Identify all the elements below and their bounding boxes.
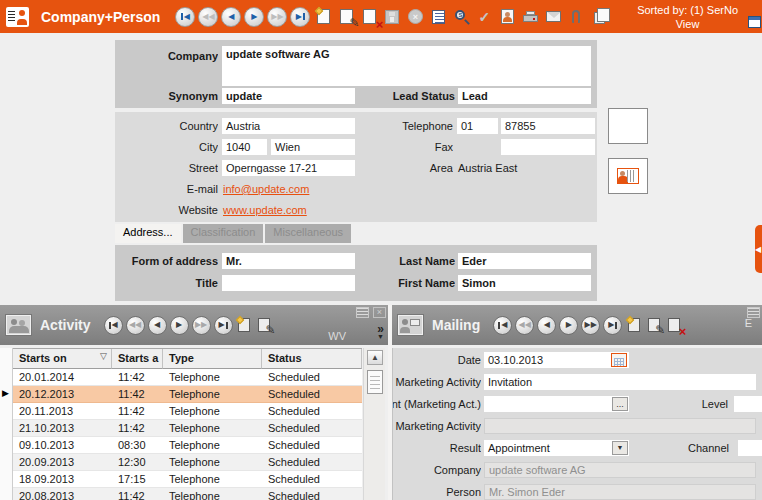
country-field[interactable]: Austria [222,118,355,134]
attachment-button[interactable] [566,6,586,27]
last-name-field[interactable]: Eder [458,253,591,269]
nav-prev-button[interactable]: ◀ [221,7,241,27]
tab-classification[interactable]: Classification [183,224,264,243]
table-cell: 20.08.2013 [13,488,112,500]
activity-nav-next-button[interactable]: ▶ [170,316,189,335]
lead-status-field[interactable]: Lead [458,88,591,104]
sorted-by-text: Sorted by: (1) SerNo [637,3,738,17]
table-cell: Telephone [163,488,262,500]
column-header-status[interactable]: Status [262,349,362,369]
mailing-edit-button[interactable]: ✎ [645,316,662,334]
mailing-title: Mailing [432,317,480,333]
activity-grid: Starts on ▽ Starts a Type Status 20.01.2… [13,348,362,500]
mailing-nav-next-fast-button[interactable]: ▶▶ [581,316,600,335]
ellipsis-button[interactable]: ... [612,397,628,411]
email-link[interactable]: info@update.com [223,181,309,197]
table-row[interactable]: 20.01.201411:42TelephoneScheduled [13,369,362,386]
list-view-button[interactable] [428,6,448,27]
scroll-thumb[interactable] [367,370,383,394]
street-field[interactable]: Operngasse 17-21 [222,160,355,176]
mailing-nav-prev-button[interactable]: ◀ [537,316,556,335]
zip-field[interactable]: 1040 [222,139,267,155]
column-header-starts-at[interactable]: Starts a [112,349,163,369]
city-field[interactable]: Wien [271,139,355,155]
table-row[interactable]: 09.10.201308:30TelephoneScheduled [13,437,362,454]
activity-nav-last-button[interactable]: ▶ [214,316,233,335]
activity-nav-prev-fast-button[interactable]: ◀◀ [126,316,145,335]
activity-nav-prev-button[interactable]: ◀ [148,316,167,335]
activity-close-icon[interactable]: × [373,307,386,318]
first-name-field[interactable]: Simon [458,275,591,291]
edit-record-button[interactable]: ✎ [336,6,356,27]
mailing-delete-button[interactable]: × [665,316,682,334]
activity-list-icon[interactable] [356,307,369,318]
telephone-field[interactable]: 87855 [501,118,595,134]
mailing-form: Date 03.10.2013 Marketing Activity Invit… [392,348,762,500]
activity-more-button[interactable]: »▼ [377,325,384,341]
copy-document-button[interactable] [589,6,609,27]
title-field[interactable] [222,275,355,291]
nav-next-button[interactable]: ▶ [244,7,264,27]
table-row[interactable]: 18.09.201317:15TelephoneScheduled [13,471,362,488]
print-button[interactable] [520,6,540,27]
mailing-nav-last-button[interactable]: ▶ [603,316,622,335]
contact-button[interactable] [497,6,517,27]
cancel-button[interactable]: × [405,6,425,27]
scroll-up-button[interactable]: ▲ [367,350,383,365]
fax-field[interactable] [501,139,595,155]
marketing-activity-field[interactable]: Invitation [484,374,756,390]
column-header-starts-on[interactable]: Starts on ▽ [13,349,112,369]
synonym-field[interactable]: update [222,88,355,104]
mailing-nav-first-button[interactable]: ◀ [493,316,512,335]
send-email-button[interactable] [543,6,563,27]
nav-next-fast-button[interactable]: ▶▶ [267,7,287,27]
telephone-prefix-field[interactable]: 01 [457,118,498,134]
person-chart-button[interactable] [608,158,648,194]
confirm-button[interactable]: ✓ [474,6,494,27]
table-row[interactable]: 20.11.201311:42TelephoneScheduled [13,403,362,420]
result-dropdown[interactable]: Appointment [484,440,629,456]
tab-miscellaneous[interactable]: Miscellaneous [265,224,351,243]
level-field[interactable] [734,396,762,412]
save-record-button[interactable] [382,6,402,27]
mailing-new-button[interactable] [625,316,642,334]
website-link[interactable]: www.update.com [223,202,307,218]
activity-wv-label: WV [328,330,346,342]
mailing-nav-next-button[interactable]: ▶ [559,316,578,335]
column-header-type[interactable]: Type [163,349,262,369]
activity-edit-button[interactable]: ✎ [256,316,273,334]
activity-nav-first-button[interactable]: ◀ [104,316,123,335]
calendar-icon[interactable] [611,353,627,367]
date-field[interactable]: 03.10.2013 [484,352,629,368]
tab-address[interactable]: Address... [115,224,181,243]
activity-nav-next-fast-button[interactable]: ▶▶ [192,316,211,335]
channel-field[interactable] [738,440,762,456]
company-field[interactable]: update software AG [222,46,591,86]
nav-first-button[interactable]: ◀ [175,7,195,27]
window-mini-icon[interactable] [748,16,761,28]
dropdown-arrow-icon[interactable]: ▼ [612,441,628,455]
table-row[interactable]: 21.10.201311:42TelephoneScheduled [13,420,362,437]
activity-scrollbar[interactable]: ▲ [363,348,385,500]
nav-last-button[interactable]: ▶ [290,7,310,27]
search-button[interactable]: S [451,6,471,27]
delete-record-button[interactable]: × [359,6,379,27]
new-record-button[interactable] [313,6,333,27]
app-contact-card-icon [6,7,29,27]
target-marketing-activity-field[interactable] [484,418,756,434]
table-row[interactable]: 20.08.201311:42TelephoneScheduled [13,488,362,500]
first-name-label: First Name [355,275,455,291]
activity-header: Activity ◀ ◀◀ ◀ ▶ ▶▶ ▶ ✎ × WV »▼ [0,305,388,345]
date-label: Date [393,352,481,368]
side-panel-handle[interactable]: ◀ [755,225,762,273]
table-row[interactable]: 20.12.201311:42TelephoneScheduled [13,386,362,403]
variant-field[interactable] [484,396,629,412]
mailing-person-label: Person [393,484,481,500]
form-of-address-field[interactable]: Mr. [222,253,355,269]
table-row[interactable]: 20.09.201312:30TelephoneScheduled [13,454,362,471]
nav-prev-fast-button[interactable]: ◀◀ [198,7,218,27]
view-menu[interactable]: View [637,17,738,31]
activity-new-button[interactable] [236,316,253,334]
mailing-nav-prev-fast-button[interactable]: ◀◀ [515,316,534,335]
photo-placeholder[interactable] [608,108,648,144]
